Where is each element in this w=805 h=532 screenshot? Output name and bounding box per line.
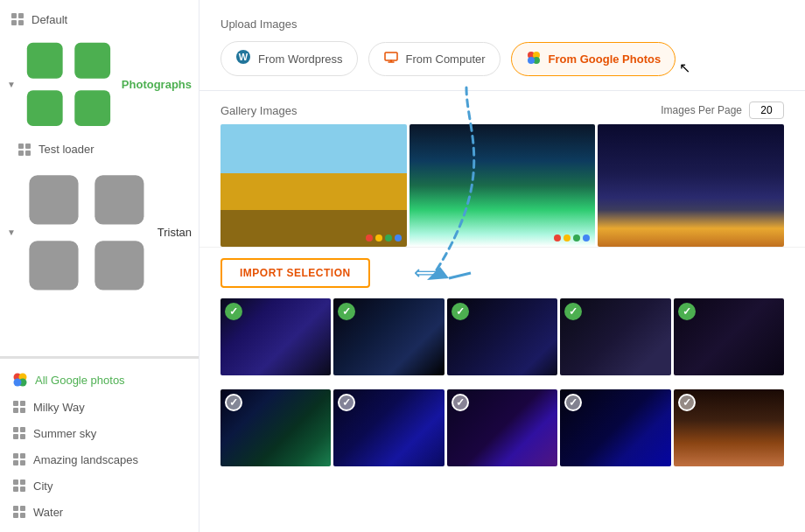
sidebar-album-amazing-landscapes[interactable]: Amazing landscapes — [0, 446, 199, 472]
photo-cell-8[interactable]: ✓ — [447, 389, 557, 466]
sidebar-google-albums: All Google photos Milky Way Summer sky A… — [0, 356, 199, 532]
sidebar: Default ▼ Photographs Test loader — [0, 0, 200, 532]
gallery-image-mountain[interactable] — [598, 124, 784, 247]
svg-rect-6 — [27, 90, 63, 126]
photo-cell-1[interactable]: ✓ — [220, 298, 331, 375]
upload-buttons: W From Wordpress From Computer — [220, 41, 784, 76]
svg-rect-28 — [13, 453, 18, 458]
photo-check-6[interactable]: ✓ — [225, 394, 242, 411]
svg-rect-5 — [74, 43, 110, 79]
sidebar-album-city[interactable]: City — [0, 472, 199, 499]
svg-rect-15 — [94, 241, 144, 290]
sidebar-item-default[interactable]: Default — [0, 7, 199, 32]
upload-computer-button[interactable]: From Computer — [368, 42, 500, 76]
svg-rect-34 — [13, 486, 18, 492]
svg-rect-20 — [13, 401, 18, 406]
svg-rect-12 — [29, 175, 78, 224]
grid-icon-3 — [21, 167, 152, 298]
svg-rect-22 — [13, 408, 18, 413]
svg-rect-37 — [20, 506, 25, 511]
sidebar-album-milky-way[interactable]: Milky Way — [0, 394, 199, 420]
photo-grid-row2: ✓ ✓ ✓ ✓ ✓ — [200, 389, 805, 480]
google-photos-btn-icon — [526, 50, 542, 68]
svg-rect-11 — [25, 150, 31, 156]
photo-grid-row1: ✓ ✓ ✓ ✓ ✓ — [200, 298, 805, 389]
svg-rect-8 — [18, 144, 24, 149]
svg-rect-14 — [29, 241, 78, 290]
photo-check-5[interactable]: ✓ — [678, 303, 696, 320]
photo-cell-7[interactable]: ✓ — [333, 389, 444, 466]
gallery-top-images — [220, 124, 784, 247]
svg-rect-39 — [20, 513, 25, 518]
photo-cell-3[interactable]: ✓ — [447, 298, 557, 375]
photo-check-8[interactable]: ✓ — [452, 394, 469, 411]
svg-text:W: W — [239, 52, 248, 62]
svg-point-47 — [528, 57, 535, 64]
main-content: Upload Images W From Wordpress From Comp… — [200, 0, 805, 532]
photo-cell-4[interactable]: ✓ — [560, 298, 670, 375]
svg-rect-21 — [20, 401, 25, 406]
sidebar-item-photographs[interactable]: ▼ Photographs — [0, 32, 199, 137]
cursor-pointer: ↖ — [679, 60, 690, 76]
photo-cell-6[interactable]: ✓ — [220, 389, 331, 466]
arrow-icon-2: ▼ — [7, 228, 16, 237]
svg-rect-4 — [27, 43, 63, 79]
svg-rect-10 — [18, 150, 24, 156]
sidebar-top: Default ▼ Photographs Test loader — [0, 0, 199, 356]
svg-rect-13 — [94, 175, 144, 224]
svg-rect-43 — [385, 52, 397, 60]
photo-cell-10[interactable]: ✓ — [674, 389, 784, 466]
upload-google-button[interactable]: From Google Photos — [511, 42, 676, 76]
import-selection-button[interactable]: IMPORT SELECTION — [220, 258, 370, 288]
svg-rect-9 — [25, 144, 31, 149]
photo-check-1[interactable]: ✓ — [225, 303, 242, 320]
svg-rect-24 — [13, 427, 18, 432]
svg-rect-29 — [20, 453, 25, 458]
sidebar-album-summer-sky[interactable]: Summer sky — [0, 420, 199, 446]
sidebar-album-water[interactable]: Water — [0, 499, 199, 525]
gallery-header: Gallery Images Images Per Page — [200, 91, 805, 124]
svg-rect-23 — [20, 408, 25, 413]
svg-rect-33 — [20, 480, 25, 485]
album-icon-5 — [12, 505, 26, 519]
images-per-page: Images Per Page — [661, 102, 784, 119]
grid-icon — [10, 12, 24, 26]
import-bar: IMPORT SELECTION ⟸ — [200, 247, 805, 298]
svg-rect-3 — [18, 20, 24, 25]
upload-title: Upload Images — [220, 18, 784, 31]
computer-icon — [383, 50, 399, 68]
svg-rect-30 — [13, 460, 18, 466]
upload-wordpress-button[interactable]: W From Wordpress — [220, 41, 358, 76]
sidebar-item-test-loader[interactable]: Test loader — [0, 137, 199, 162]
sidebar-item-tristan[interactable]: ▼ Tristan — [0, 162, 199, 304]
photo-cell-2[interactable]: ✓ — [333, 298, 444, 375]
upload-section: Upload Images W From Wordpress From Comp… — [200, 0, 805, 91]
photo-cell-5[interactable]: ✓ — [674, 298, 784, 375]
photo-check-10[interactable]: ✓ — [678, 394, 696, 411]
gallery-image-sky[interactable] — [220, 124, 407, 247]
per-page-input[interactable] — [749, 102, 784, 119]
svg-rect-2 — [11, 20, 17, 25]
gallery-image-aurora[interactable] — [410, 124, 596, 247]
svg-rect-38 — [13, 513, 18, 518]
gallery-title: Gallery Images — [220, 104, 297, 117]
photos-grid-icon — [21, 37, 116, 132]
svg-rect-7 — [74, 90, 110, 126]
album-icon-4 — [12, 479, 26, 493]
sidebar-album-all-google[interactable]: All Google photos — [0, 366, 199, 394]
arrow-icon: ▼ — [7, 80, 16, 89]
album-icon — [12, 400, 26, 414]
svg-rect-27 — [20, 434, 25, 439]
grid-icon-2 — [18, 143, 32, 157]
album-icon-2 — [12, 426, 26, 440]
wordpress-icon: W — [235, 49, 251, 68]
album-icon-3 — [12, 452, 26, 466]
svg-rect-36 — [13, 506, 18, 511]
svg-rect-31 — [20, 460, 25, 466]
svg-point-19 — [14, 379, 22, 387]
photo-cell-9[interactable]: ✓ — [560, 389, 670, 466]
svg-rect-26 — [13, 434, 18, 439]
svg-rect-35 — [20, 486, 25, 492]
photo-check-3[interactable]: ✓ — [452, 303, 469, 320]
svg-rect-1 — [18, 13, 24, 18]
